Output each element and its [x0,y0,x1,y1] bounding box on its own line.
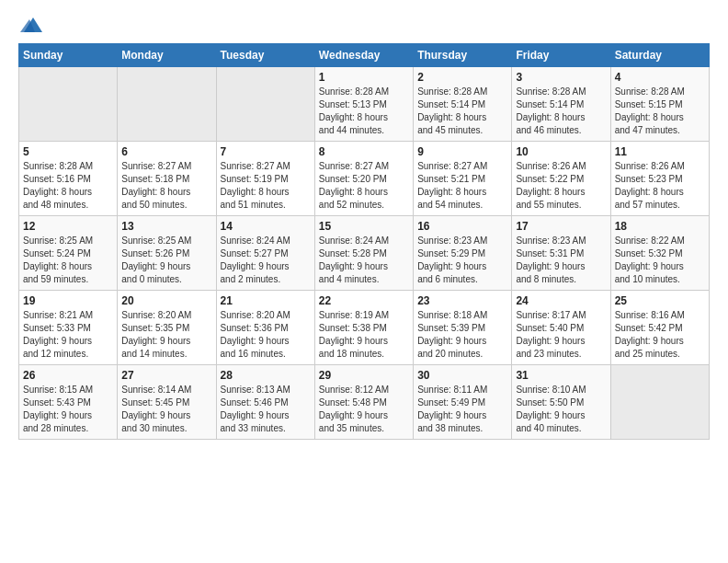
day-info: Sunrise: 8:27 AM Sunset: 5:20 PM Dayligh… [319,160,409,212]
cal-cell: 21Sunrise: 8:20 AM Sunset: 5:36 PM Dayli… [216,291,314,365]
day-number: 8 [319,145,409,158]
cal-cell: 24Sunrise: 8:17 AM Sunset: 5:40 PM Dayli… [512,291,610,365]
cal-cell: 4Sunrise: 8:28 AM Sunset: 5:15 PM Daylig… [610,67,709,142]
cal-cell: 11Sunrise: 8:26 AM Sunset: 5:23 PM Dayli… [610,142,709,216]
day-number: 1 [319,71,409,84]
header-row-days: SundayMondayTuesdayWednesdayThursdayFrid… [19,44,710,67]
day-info: Sunrise: 8:28 AM Sunset: 5:16 PM Dayligh… [23,160,113,212]
day-number: 2 [417,71,507,84]
day-number: 10 [516,145,606,158]
cal-cell: 5Sunrise: 8:28 AM Sunset: 5:16 PM Daylig… [19,142,118,216]
header-wednesday: Wednesday [314,44,413,67]
cal-cell: 1Sunrise: 8:28 AM Sunset: 5:13 PM Daylig… [314,67,413,142]
week-row-4: 19Sunrise: 8:21 AM Sunset: 5:33 PM Dayli… [19,291,710,365]
header-tuesday: Tuesday [216,44,314,67]
cal-cell: 19Sunrise: 8:21 AM Sunset: 5:33 PM Dayli… [19,291,118,365]
day-info: Sunrise: 8:20 AM Sunset: 5:36 PM Dayligh… [221,309,311,361]
day-number: 30 [417,369,507,382]
day-info: Sunrise: 8:27 AM Sunset: 5:19 PM Dayligh… [221,160,311,212]
cal-cell [118,67,216,142]
day-number: 7 [221,145,311,158]
day-info: Sunrise: 8:26 AM Sunset: 5:22 PM Dayligh… [516,160,606,212]
header-saturday: Saturday [610,44,709,67]
cal-cell: 15Sunrise: 8:24 AM Sunset: 5:28 PM Dayli… [314,216,413,291]
cal-cell: 18Sunrise: 8:22 AM Sunset: 5:32 PM Dayli… [610,216,709,291]
day-info: Sunrise: 8:24 AM Sunset: 5:27 PM Dayligh… [221,235,311,286]
cal-cell: 14Sunrise: 8:24 AM Sunset: 5:27 PM Dayli… [216,216,314,291]
cal-cell: 16Sunrise: 8:23 AM Sunset: 5:29 PM Dayli… [414,216,512,291]
cal-cell: 2Sunrise: 8:28 AM Sunset: 5:14 PM Daylig… [414,67,512,142]
cal-cell: 31Sunrise: 8:10 AM Sunset: 5:50 PM Dayli… [512,365,610,440]
header-sunday: Sunday [19,44,118,67]
day-info: Sunrise: 8:17 AM Sunset: 5:40 PM Dayligh… [516,309,606,361]
day-info: Sunrise: 8:12 AM Sunset: 5:48 PM Dayligh… [319,384,409,435]
cal-cell: 6Sunrise: 8:27 AM Sunset: 5:18 PM Daylig… [118,142,216,216]
day-number: 4 [615,71,705,84]
day-number: 29 [319,369,409,382]
header-row [18,15,710,34]
day-info: Sunrise: 8:28 AM Sunset: 5:14 PM Dayligh… [516,86,606,137]
header-thursday: Thursday [414,44,512,67]
day-number: 18 [615,220,705,233]
day-number: 31 [516,369,606,382]
cal-cell: 12Sunrise: 8:25 AM Sunset: 5:24 PM Dayli… [19,216,118,291]
cal-cell: 8Sunrise: 8:27 AM Sunset: 5:20 PM Daylig… [314,142,413,216]
day-info: Sunrise: 8:18 AM Sunset: 5:39 PM Dayligh… [417,309,507,361]
cal-cell: 26Sunrise: 8:15 AM Sunset: 5:43 PM Dayli… [19,365,118,440]
cal-cell: 3Sunrise: 8:28 AM Sunset: 5:14 PM Daylig… [512,67,610,142]
day-number: 28 [221,369,311,382]
week-row-2: 5Sunrise: 8:28 AM Sunset: 5:16 PM Daylig… [19,142,710,216]
cal-cell [610,365,709,440]
cal-cell: 20Sunrise: 8:20 AM Sunset: 5:35 PM Dayli… [118,291,216,365]
day-number: 24 [516,294,606,307]
day-number: 17 [516,220,606,233]
main-container: SundayMondayTuesdayWednesdayThursdayFrid… [0,0,728,449]
day-info: Sunrise: 8:11 AM Sunset: 5:49 PM Dayligh… [417,384,507,435]
week-row-1: 1Sunrise: 8:28 AM Sunset: 5:13 PM Daylig… [19,67,710,142]
day-info: Sunrise: 8:10 AM Sunset: 5:50 PM Dayligh… [516,384,606,435]
day-info: Sunrise: 8:25 AM Sunset: 5:26 PM Dayligh… [121,235,211,286]
cal-cell [19,67,118,142]
day-info: Sunrise: 8:28 AM Sunset: 5:15 PM Dayligh… [615,86,705,137]
day-info: Sunrise: 8:26 AM Sunset: 5:23 PM Dayligh… [615,160,705,212]
day-info: Sunrise: 8:19 AM Sunset: 5:38 PM Dayligh… [319,309,409,361]
day-number: 25 [615,294,705,307]
day-info: Sunrise: 8:23 AM Sunset: 5:31 PM Dayligh… [516,235,606,286]
day-number: 12 [23,220,113,233]
day-number: 16 [417,220,507,233]
day-info: Sunrise: 8:14 AM Sunset: 5:45 PM Dayligh… [121,384,211,435]
cal-cell: 9Sunrise: 8:27 AM Sunset: 5:21 PM Daylig… [414,142,512,216]
day-number: 19 [23,294,113,307]
day-info: Sunrise: 8:23 AM Sunset: 5:29 PM Dayligh… [417,235,507,286]
day-info: Sunrise: 8:20 AM Sunset: 5:35 PM Dayligh… [121,309,211,361]
day-number: 21 [221,294,311,307]
day-number: 14 [221,220,311,233]
cal-cell: 30Sunrise: 8:11 AM Sunset: 5:49 PM Dayli… [414,365,512,440]
day-info: Sunrise: 8:16 AM Sunset: 5:42 PM Dayligh… [615,309,705,361]
week-row-5: 26Sunrise: 8:15 AM Sunset: 5:43 PM Dayli… [19,365,710,440]
day-number: 26 [23,369,113,382]
cal-cell: 13Sunrise: 8:25 AM Sunset: 5:26 PM Dayli… [118,216,216,291]
week-row-3: 12Sunrise: 8:25 AM Sunset: 5:24 PM Dayli… [19,216,710,291]
day-info: Sunrise: 8:13 AM Sunset: 5:46 PM Dayligh… [221,384,311,435]
day-number: 5 [23,145,113,158]
day-info: Sunrise: 8:21 AM Sunset: 5:33 PM Dayligh… [23,309,113,361]
day-number: 20 [121,294,211,307]
day-info: Sunrise: 8:27 AM Sunset: 5:18 PM Dayligh… [121,160,211,212]
day-number: 6 [121,145,211,158]
cal-cell [216,67,314,142]
day-info: Sunrise: 8:25 AM Sunset: 5:24 PM Dayligh… [23,235,113,286]
logo [18,15,42,34]
day-number: 27 [121,369,211,382]
day-info: Sunrise: 8:28 AM Sunset: 5:13 PM Dayligh… [319,86,409,137]
cal-cell: 27Sunrise: 8:14 AM Sunset: 5:45 PM Dayli… [118,365,216,440]
logo-icon [20,16,42,34]
day-info: Sunrise: 8:15 AM Sunset: 5:43 PM Dayligh… [23,384,113,435]
cal-cell: 25Sunrise: 8:16 AM Sunset: 5:42 PM Dayli… [610,291,709,365]
day-number: 3 [516,71,606,84]
calendar-table: SundayMondayTuesdayWednesdayThursdayFrid… [18,43,710,440]
header-monday: Monday [118,44,216,67]
cal-cell: 7Sunrise: 8:27 AM Sunset: 5:19 PM Daylig… [216,142,314,216]
cal-cell: 29Sunrise: 8:12 AM Sunset: 5:48 PM Dayli… [314,365,413,440]
day-info: Sunrise: 8:28 AM Sunset: 5:14 PM Dayligh… [417,86,507,137]
